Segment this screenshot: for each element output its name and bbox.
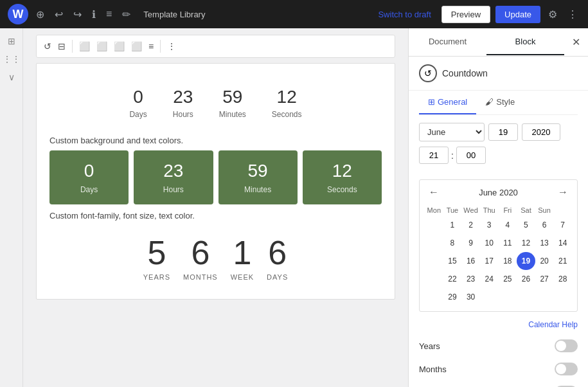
toggle-months-label: Months	[419, 364, 447, 374]
toggle-years[interactable]	[555, 339, 578, 352]
cal-day-10[interactable]: 10	[480, 234, 499, 252]
cal-day-19-today[interactable]: 19	[517, 252, 535, 270]
cal-day-5[interactable]: 5	[517, 216, 535, 234]
cal-day-16[interactable]: 16	[461, 252, 480, 270]
cal-day-12[interactable]: 12	[517, 234, 535, 252]
weekday-thu: Thu	[480, 204, 499, 216]
cal-day-9[interactable]: 9	[461, 234, 480, 252]
countdown-colored-minutes-value: 59	[224, 161, 292, 181]
rotate-icon[interactable]: ↺	[42, 39, 53, 53]
cal-day-27[interactable]: 27	[535, 270, 554, 288]
more-options-icon[interactable]: ⋮	[565, 6, 580, 23]
cal-day-empty	[425, 234, 443, 252]
countdown-unit-seconds-1: 12 Seconds	[272, 87, 302, 119]
wp-logo[interactable]: W	[8, 4, 28, 24]
countdown-colored-minutes-label: Minutes	[224, 185, 292, 194]
cal-day-29[interactable]: 29	[443, 288, 462, 306]
month-select[interactable]: June JanuaryFebruaryMarch AprilMayJuly A…	[419, 123, 485, 141]
weekday-sun: Sun	[535, 204, 554, 216]
cal-day-3[interactable]: 3	[480, 216, 499, 234]
panel-header: Document Block ✕	[409, 28, 588, 57]
calendar: ← June 2020 → Mon Tue Wed Thu Fri Sat Su…	[419, 179, 578, 312]
toggle-months[interactable]	[555, 363, 578, 375]
info-icon[interactable]: ℹ	[89, 6, 98, 23]
countdown-colored-days-value: 0	[55, 161, 123, 181]
edit-icon[interactable]: ✏	[120, 6, 133, 23]
countdown-minutes-value-1: 59	[219, 87, 246, 107]
toggle-months-row: Months	[409, 357, 588, 381]
block-title-text: Countdown	[442, 68, 488, 78]
cal-day-30[interactable]: 30	[461, 288, 480, 306]
date-section: June JanuaryFebruaryMarch AprilMayJuly A…	[409, 115, 588, 179]
tab-document[interactable]: Document	[409, 29, 486, 55]
countdown-colored-unit-hours: 23 Hours	[134, 150, 213, 204]
calendar-next-button[interactable]: →	[554, 185, 572, 199]
block-mover-icon[interactable]: ⊞	[5, 33, 18, 49]
countdown-large-years-value: 5	[143, 236, 170, 269]
cal-day-28[interactable]: 28	[553, 270, 572, 288]
cal-day-24[interactable]: 24	[480, 270, 499, 288]
countdown-large-unit-days3: 6 DAYS	[267, 236, 288, 281]
cal-day-14[interactable]: 14	[553, 234, 572, 252]
undo-icon[interactable]: ↩	[52, 6, 66, 23]
redo-icon[interactable]: ↪	[71, 6, 84, 23]
cal-day-21[interactable]: 21	[553, 252, 572, 270]
sub-tab-general[interactable]: ⊞ General	[419, 91, 476, 114]
align-right-icon[interactable]: ⬜	[112, 39, 127, 53]
calendar-week-1: 1 2 3 4 5 6 7	[425, 216, 572, 234]
cal-day-7[interactable]: 7	[553, 216, 572, 234]
update-button[interactable]: Update	[495, 6, 540, 23]
cal-day-22[interactable]: 22	[443, 270, 462, 288]
cal-day-25[interactable]: 25	[499, 270, 517, 288]
countdown-large-months-label: MONTHS	[183, 273, 218, 281]
cal-day-23[interactable]: 23	[461, 270, 480, 288]
countdown-large-days3-value: 6	[267, 236, 288, 269]
countdown-large-unit-months: 6 MONTHS	[183, 236, 218, 281]
countdown-colored-unit-days: 0 Days	[49, 150, 129, 204]
hour-input[interactable]	[419, 147, 449, 164]
calendar-prev-button[interactable]: ←	[425, 185, 443, 199]
section-text-1: Custom background and text colors.	[49, 129, 382, 150]
panel-close-button[interactable]: ✕	[564, 31, 588, 53]
align-icon[interactable]: ⊟	[56, 39, 67, 53]
cal-day-15[interactable]: 15	[443, 252, 462, 270]
more-block-options-icon[interactable]: ⋮	[165, 39, 178, 53]
day-input[interactable]	[488, 123, 518, 141]
expand-icon[interactable]: ∨	[6, 69, 17, 85]
countdown-colored-days-label: Days	[55, 185, 123, 194]
switch-draft-link[interactable]: Switch to draft	[378, 10, 431, 19]
drag-handle-icon[interactable]: ⋮⋮	[0, 51, 23, 67]
cal-day-26[interactable]: 26	[517, 270, 535, 288]
year-input[interactable]	[522, 123, 560, 141]
list-view-icon[interactable]: ≡	[103, 6, 114, 22]
calendar-help-link[interactable]: Calendar Help	[528, 320, 578, 329]
countdown-large-years-label: YEARS	[143, 273, 170, 281]
cal-day-13[interactable]: 13	[535, 234, 554, 252]
weekday-tue: Tue	[443, 204, 462, 216]
cal-day-8[interactable]: 8	[443, 234, 462, 252]
sub-tab-style[interactable]: 🖌 Style	[476, 91, 524, 114]
cal-day-1[interactable]: 1	[443, 216, 462, 234]
calendar-grid: Mon Tue Wed Thu Fri Sat Sun 1 2 3	[425, 204, 572, 306]
cal-day-20[interactable]: 20	[535, 252, 554, 270]
add-block-icon[interactable]: ⊕	[33, 6, 47, 23]
tab-block[interactable]: Block	[486, 29, 564, 55]
preview-button[interactable]: Preview	[441, 6, 490, 23]
align-left-icon[interactable]: ⬜	[77, 39, 92, 53]
cal-day-17[interactable]: 17	[480, 252, 499, 270]
countdown-large-months-value: 6	[183, 236, 218, 269]
align-center-icon[interactable]: ⬜	[94, 39, 109, 53]
cal-day-2[interactable]: 2	[461, 216, 480, 234]
countdown-colored-hours-value: 23	[139, 161, 208, 181]
cal-day-6[interactable]: 6	[535, 216, 554, 234]
cal-day-18[interactable]: 18	[499, 252, 517, 270]
countdown-seconds-value-1: 12	[272, 87, 302, 107]
minute-input[interactable]	[456, 147, 486, 164]
countdown-colored: 0 Days 23 Hours 59 Minutes 12 Seconds	[49, 150, 382, 204]
cal-day-empty	[425, 270, 443, 288]
cal-day-4[interactable]: 4	[499, 216, 517, 234]
settings-icon[interactable]: ⚙	[546, 6, 560, 23]
cal-day-11[interactable]: 11	[499, 234, 517, 252]
align-justify-icon[interactable]: ⬜	[129, 39, 144, 53]
text-align-icon[interactable]: ≡	[147, 39, 156, 53]
